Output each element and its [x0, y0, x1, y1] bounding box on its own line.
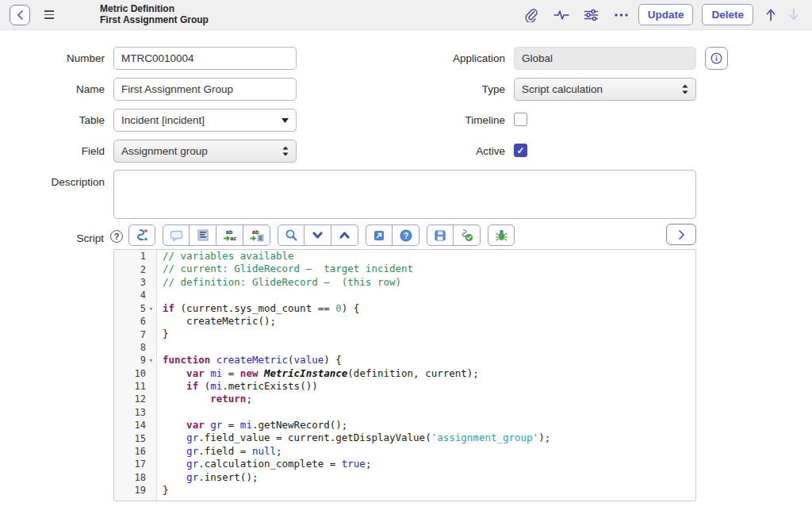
script-editor-toggle-button[interactable] — [128, 224, 155, 246]
format-code-button[interactable] — [190, 224, 216, 246]
chevron-up-icon — [339, 231, 350, 240]
paperclip-icon[interactable] — [523, 7, 539, 23]
script-editor[interactable]: 1// variables available2// current: Glid… — [113, 249, 696, 501]
script-help-icon[interactable]: ? — [110, 230, 123, 243]
page-title: Metric Definition First Assignment Group — [100, 4, 209, 25]
update-button[interactable]: Update — [638, 4, 694, 25]
code-line: 3// definition: GlideRecord – (this row) — [114, 276, 695, 289]
svg-text:ab: ab — [226, 229, 232, 235]
code-line: 12 return; — [114, 393, 695, 405]
chevron-right-icon — [678, 230, 685, 240]
search-icon — [285, 228, 298, 242]
select-arrows-icon — [682, 84, 688, 94]
comment-button[interactable] — [163, 224, 190, 246]
code-line: 8 — [114, 341, 695, 354]
description-textarea[interactable] — [113, 170, 696, 219]
replace-button[interactable]: abac — [216, 224, 243, 246]
number-label: Number — [0, 52, 105, 64]
application-info-button[interactable] — [705, 47, 728, 70]
code-line: 5▾if (current.sys_mod_count == 0) { — [114, 302, 695, 315]
type-label: Type — [317, 83, 505, 95]
chevron-left-icon — [17, 10, 24, 20]
debug-button[interactable] — [488, 224, 515, 246]
script-toolbar: abac ab ? — [128, 224, 522, 246]
select-arrows-icon — [282, 146, 289, 156]
code-line: 9▾function createMetric(value) { — [114, 354, 695, 366]
activity-icon[interactable] — [553, 7, 569, 23]
number-input[interactable]: MTRC0010004 — [113, 47, 297, 70]
name-label: Name — [0, 83, 105, 95]
code-line: 18 gr.insert(); — [114, 471, 695, 484]
code-line: 10 var mi = new MetricInstance(definitio… — [114, 367, 695, 380]
save-button-toolbar[interactable] — [427, 224, 454, 246]
script-label: Script — [0, 232, 104, 244]
record-name: First Assignment Group — [100, 15, 209, 26]
more-icon[interactable] — [614, 7, 630, 23]
table-label: Table — [0, 114, 105, 126]
active-label: Active — [317, 145, 505, 157]
code-line: 19} — [114, 484, 695, 497]
comment-icon — [170, 229, 183, 242]
info-icon — [710, 52, 722, 64]
back-button[interactable] — [10, 5, 30, 25]
sliders-icon[interactable] — [584, 7, 599, 23]
expand-script-button[interactable] — [666, 224, 696, 245]
chevron-down-icon — [312, 231, 324, 240]
next-record-icon[interactable] — [788, 8, 799, 21]
description-label: Description — [0, 176, 105, 188]
code-line: 15 gr.field_value = current.getDisplayVa… — [114, 432, 695, 444]
previous-record-icon[interactable] — [765, 8, 776, 21]
code-line: 16 gr.field = null; — [114, 445, 695, 458]
record-type: Metric Definition — [100, 4, 209, 15]
search-button[interactable] — [278, 224, 304, 246]
field-select[interactable]: Assignment group — [113, 140, 297, 163]
svg-text:ac: ac — [231, 236, 237, 241]
code-line: 4 — [114, 289, 695, 301]
active-checkbox[interactable] — [514, 144, 527, 157]
find-next-button[interactable] — [304, 224, 331, 246]
debug-icon — [495, 228, 508, 242]
code-line: 2// current: GlideRecord – target incide… — [114, 263, 695, 275]
caret-down-icon — [282, 118, 289, 123]
table-select[interactable]: Incident [incident] — [113, 109, 297, 132]
replace-all-button[interactable]: ab — [243, 224, 270, 246]
syntax-check-icon — [460, 228, 473, 242]
application-label: Application — [317, 52, 505, 64]
form-body: Number MTRC0010004 Name First Assignment… — [0, 30, 812, 518]
replace-all-icon: ab — [250, 228, 264, 242]
save-icon — [434, 229, 446, 242]
timeline-label: Timeline — [317, 114, 505, 126]
code-line: 1// variables available — [114, 250, 695, 263]
help-icon: ? — [400, 229, 412, 242]
open-window-icon — [373, 229, 385, 242]
code-line: 17 gr.calculation_complete = true; — [114, 458, 695, 470]
format-code-icon — [197, 229, 209, 241]
svg-text:ab: ab — [252, 229, 259, 235]
form-header: Metric Definition First Assignment Group… — [0, 0, 812, 30]
timeline-checkbox[interactable] — [514, 113, 527, 126]
replace-icon: abac — [223, 228, 236, 242]
code-line: 14 var gr = mi.getNewRecord(); — [114, 419, 695, 432]
delete-button[interactable]: Delete — [702, 4, 753, 25]
find-previous-button[interactable] — [331, 224, 358, 246]
name-input[interactable]: First Assignment Group — [113, 78, 297, 101]
code-line: 7} — [114, 328, 695, 340]
code-line: 13 — [114, 406, 695, 419]
application-value: Global — [514, 47, 696, 70]
open-window-button[interactable] — [366, 224, 393, 246]
svg-text:?: ? — [403, 231, 408, 240]
syntax-check-button[interactable] — [454, 224, 481, 246]
help-button[interactable]: ? — [393, 224, 419, 246]
code-line: 11 if (mi.metricExists()) — [114, 380, 695, 393]
type-select[interactable]: Script calculation — [514, 78, 696, 101]
context-menu-icon[interactable] — [44, 10, 54, 19]
script-tree-icon — [136, 228, 149, 242]
code-line: 6 createMetric(); — [114, 315, 695, 328]
field-label: Field — [0, 145, 105, 157]
